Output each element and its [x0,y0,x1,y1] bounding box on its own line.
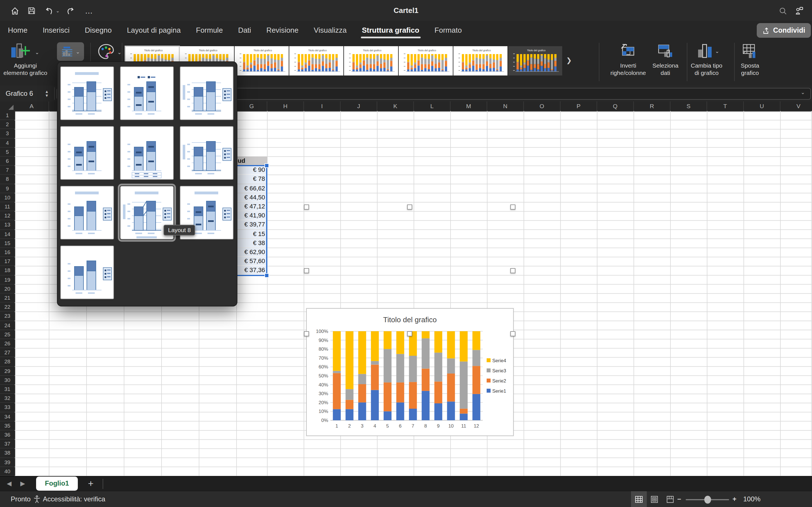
row-header-40[interactable]: 40 [0,467,15,476]
row-header-20[interactable]: 20 [0,284,15,293]
add-sheet-button[interactable]: + [85,477,97,491]
row-header-30[interactable]: 30 [0,376,15,385]
column-header-M[interactable]: M [451,101,487,112]
row-header-23[interactable]: 23 [0,312,15,321]
chart-handle-4[interactable] [510,268,515,273]
row-header-26[interactable]: 26 [0,339,15,348]
tab-formule[interactable]: Formule [196,26,223,34]
chart-style-8[interactable]: Titolo del grafico [508,46,562,75]
column-header-N[interactable]: N [487,101,524,112]
add-chart-element-button[interactable]: Aggiungi elemento grafico [0,62,51,76]
range-handle-bottom-right[interactable] [264,273,269,277]
row-header-9[interactable]: 9 [0,184,15,193]
change-chart-type-button[interactable]: Cambia tipo di grafico [683,62,730,76]
row-header-14[interactable]: 14 [0,230,15,238]
column-header-O[interactable]: O [524,101,560,112]
row-header-12[interactable]: 12 [0,211,15,220]
search-icon[interactable] [776,4,790,17]
prev-sheet-icon[interactable]: ◀ [7,480,11,487]
column-header-G[interactable]: G [237,101,267,112]
row-header-13[interactable]: 13 [0,221,15,230]
row-header-34[interactable]: 34 [0,412,15,421]
layout-option-10[interactable] [60,245,114,299]
row-header-10[interactable]: 10 [0,193,15,202]
row-header-28[interactable]: 28 [0,357,15,367]
select-data-button[interactable]: Seleziona dati [647,62,683,76]
chart-handle-2[interactable] [510,205,515,210]
page-break-view-icon[interactable] [666,496,674,505]
quick-layout-button[interactable]: ⌄ [57,42,84,61]
row-header-29[interactable]: 29 [0,367,15,376]
row-header-16[interactable]: 16 [0,248,15,257]
change-colors-palette-icon[interactable] [97,43,115,63]
chart-style-5[interactable]: Titolo del grafico [344,46,398,75]
normal-view-icon[interactable] [635,496,643,505]
tab-struttura-grafico[interactable]: Struttura grafico [362,26,419,34]
row-header-18[interactable]: 18 [0,266,15,275]
column-header-H[interactable]: H [267,101,304,112]
zoom-in-button[interactable]: + [732,491,737,507]
column-header-R[interactable]: R [634,101,670,112]
accessibility-status[interactable]: Accessibilità: verifica [43,491,105,507]
sheet-tab-foglio1[interactable]: Foglio1 [36,476,78,491]
column-header-V[interactable]: V [780,101,812,112]
column-header-L[interactable]: L [414,101,451,112]
change-colors-chevron-icon[interactable]: ⌄ [117,50,121,55]
chart-handle-3[interactable] [304,268,309,273]
zoom-slider-knob[interactable] [704,496,711,504]
move-chart-button[interactable]: Sposta grafico [733,62,767,76]
chart-style-4[interactable]: Titolo del grafico [289,46,343,75]
row-header-21[interactable]: 21 [0,293,15,302]
layout-option-6[interactable] [180,126,234,180]
cell-G6[interactable]: ud [237,157,267,165]
layout-option-2[interactable] [120,66,174,120]
switch-row-column-icon[interactable] [619,43,636,62]
tab-dati[interactable]: Dati [238,26,251,34]
share-button[interactable]: Condividi [757,23,811,38]
row-header-3[interactable]: 3 [0,129,15,138]
chart-handle-5[interactable] [304,331,309,336]
switch-row-column-button[interactable]: Inverti righe/colonne [605,62,652,76]
row-header-37[interactable]: 37 [0,439,15,448]
column-header-S[interactable]: S [670,101,707,112]
column-header-I[interactable]: I [304,101,341,112]
row-header-35[interactable]: 35 [0,421,15,431]
row-header-27[interactable]: 27 [0,348,15,357]
tab-disegno[interactable]: Disegno [85,26,112,34]
row-header-33[interactable]: 33 [0,403,15,412]
layout-option-4[interactable] [60,126,114,180]
column-header-Q[interactable]: Q [597,101,634,112]
chart-handle-0[interactable] [304,205,309,210]
row-header-17[interactable]: 17 [0,257,15,266]
layout-option-7[interactable] [60,186,114,239]
layout-option-1[interactable] [60,66,114,120]
zoom-out-button[interactable]: − [677,491,681,507]
name-box-stepper[interactable]: ▲▼ [43,87,51,100]
row-header-36[interactable]: 36 [0,431,15,439]
row-header-4[interactable]: 4 [0,138,15,147]
row-header-24[interactable]: 24 [0,321,15,330]
row-header-19[interactable]: 19 [0,275,15,284]
gallery-more-chevron-icon[interactable]: ❯ [566,56,572,64]
chart-style-6[interactable]: Titolo del grafico [399,46,453,75]
chart-handle-6[interactable] [407,331,412,336]
column-header-A[interactable]: A [15,101,49,112]
tab-visualizza[interactable]: Visualizza [314,26,347,34]
tab-revisione[interactable]: Revisione [266,26,299,34]
move-chart-icon[interactable] [741,43,758,62]
chart-object[interactable]: Titolo del grafico0%10%20%30%40%50%60%70… [306,308,514,436]
chart-handle-1[interactable] [407,205,412,210]
range-handle-top-right[interactable] [264,163,269,168]
row-header-15[interactable]: 15 [0,239,15,248]
chart-handle-7[interactable] [510,331,515,336]
accessibility-icon[interactable] [33,495,41,505]
row-header-1[interactable]: 1 [0,111,15,120]
formula-expand-chevron-icon[interactable]: ⌄ [801,90,805,95]
row-header-7[interactable]: 7 [0,166,15,175]
row-header-38[interactable]: 38 [0,449,15,458]
tab-inserisci[interactable]: Inserisci [43,26,69,34]
column-header-J[interactable]: J [341,101,377,112]
column-header-P[interactable]: P [560,101,597,112]
column-header-T[interactable]: T [707,101,744,112]
row-header-31[interactable]: 31 [0,385,15,394]
